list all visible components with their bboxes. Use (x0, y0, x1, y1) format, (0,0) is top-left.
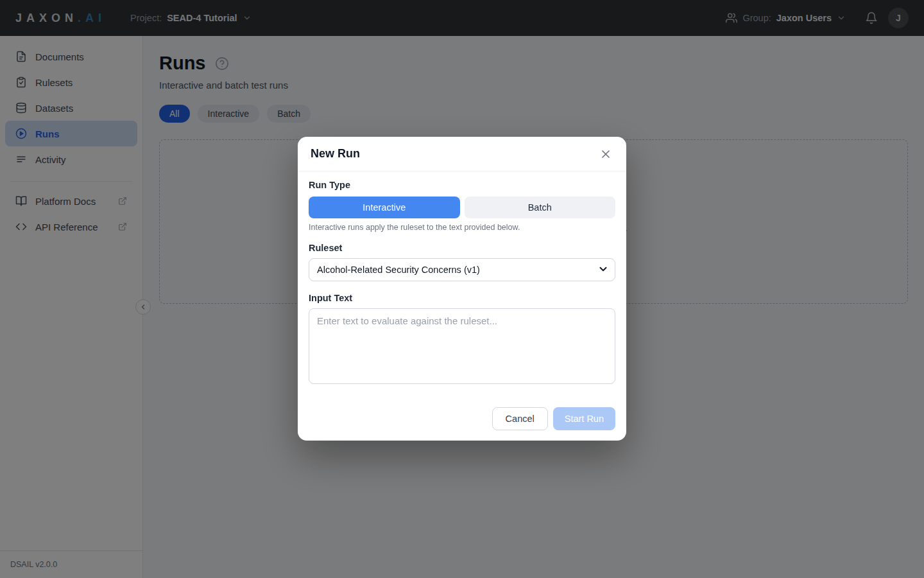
input-text-label: Input Text (309, 293, 615, 303)
start-run-button[interactable]: Start Run (553, 407, 615, 430)
input-text-area[interactable] (309, 308, 615, 384)
run-type-label: Run Type (309, 180, 615, 190)
run-type-segmented-control: Interactive Batch (309, 197, 615, 218)
close-icon[interactable] (598, 146, 613, 162)
new-run-modal: New Run Run Type Interactive Batch Inter… (298, 137, 626, 441)
run-type-interactive-button[interactable]: Interactive (309, 197, 460, 218)
cancel-button[interactable]: Cancel (492, 407, 548, 430)
ruleset-label: Ruleset (309, 243, 615, 253)
modal-title: New Run (311, 147, 360, 161)
run-type-batch-button[interactable]: Batch (465, 197, 616, 218)
run-type-helper-text: Interactive runs apply the ruleset to th… (309, 223, 615, 232)
ruleset-select[interactable]: Alcohol-Related Security Concerns (v1) (309, 258, 615, 281)
